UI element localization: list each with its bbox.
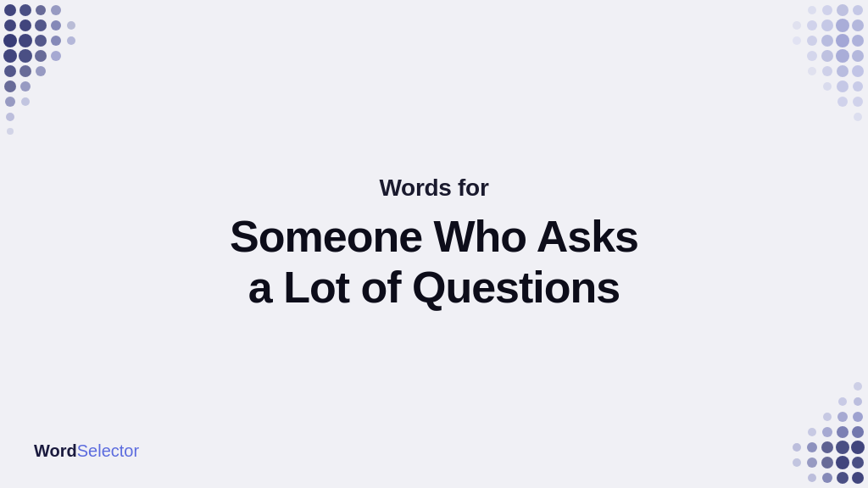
svg-point-74	[837, 412, 848, 422]
logo-selector: Selector	[77, 441, 139, 461]
svg-point-48	[808, 67, 816, 75]
svg-point-70	[837, 426, 849, 438]
svg-point-7	[51, 20, 61, 30]
svg-point-72	[808, 428, 816, 436]
svg-point-53	[837, 97, 848, 107]
svg-point-0	[4, 4, 16, 16]
svg-point-37	[836, 34, 849, 47]
svg-point-5	[19, 19, 31, 31]
svg-point-35	[793, 21, 801, 30]
svg-point-21	[4, 80, 16, 92]
svg-point-1	[19, 4, 31, 16]
svg-point-32	[836, 19, 849, 32]
svg-point-27	[853, 5, 863, 15]
svg-point-58	[808, 474, 816, 482]
svg-point-39	[807, 36, 817, 46]
svg-point-15	[19, 49, 32, 63]
svg-point-9	[3, 34, 17, 47]
svg-point-73	[853, 412, 863, 422]
svg-point-51	[823, 82, 832, 91]
svg-point-20	[36, 66, 46, 76]
dots-top-right-decoration	[698, 0, 868, 186]
svg-point-34	[807, 20, 817, 30]
svg-point-40	[793, 36, 801, 45]
svg-point-64	[851, 441, 865, 454]
svg-point-17	[51, 51, 61, 61]
svg-point-44	[807, 51, 817, 61]
svg-point-71	[822, 427, 832, 437]
svg-point-66	[821, 441, 833, 453]
svg-point-49	[853, 81, 863, 92]
svg-point-6	[35, 19, 47, 31]
svg-point-3	[51, 5, 61, 15]
svg-point-75	[823, 413, 832, 421]
svg-point-2	[36, 5, 46, 15]
svg-point-38	[821, 35, 833, 47]
svg-point-24	[21, 97, 30, 106]
svg-point-65	[836, 441, 849, 454]
svg-point-59	[852, 457, 864, 469]
svg-point-28	[837, 4, 849, 16]
svg-point-41	[852, 50, 864, 62]
svg-point-19	[19, 65, 31, 77]
svg-point-52	[853, 97, 863, 107]
svg-point-42	[836, 49, 849, 63]
svg-point-36	[852, 35, 864, 47]
svg-point-12	[51, 36, 61, 46]
svg-point-4	[4, 19, 16, 31]
svg-point-16	[35, 50, 47, 62]
svg-point-61	[821, 457, 833, 469]
svg-point-26	[7, 128, 14, 135]
svg-point-57	[822, 473, 832, 483]
dots-top-left-decoration	[0, 0, 153, 169]
svg-point-67	[807, 442, 817, 452]
svg-point-43	[821, 50, 833, 62]
svg-point-11	[35, 35, 47, 47]
svg-point-78	[854, 382, 862, 391]
svg-point-25	[6, 113, 14, 121]
svg-point-55	[852, 472, 864, 484]
main-title: Someone Who Asks a Lot of Questions	[230, 212, 638, 313]
svg-point-47	[822, 66, 832, 76]
svg-point-77	[838, 397, 847, 406]
svg-point-29	[822, 5, 832, 15]
svg-point-46	[837, 65, 849, 77]
title-line2: a Lot of Questions	[248, 263, 620, 312]
svg-point-10	[19, 34, 32, 47]
subtitle-text: Words for	[379, 175, 488, 202]
svg-point-62	[807, 458, 817, 468]
svg-point-18	[4, 65, 16, 77]
svg-point-31	[852, 19, 864, 31]
logo: WordSelector	[34, 441, 139, 461]
svg-point-8	[67, 21, 75, 30]
svg-point-14	[3, 49, 17, 63]
svg-point-76	[854, 397, 862, 406]
svg-point-45	[852, 65, 864, 77]
svg-point-50	[837, 80, 849, 92]
svg-point-13	[67, 36, 75, 45]
svg-point-68	[793, 443, 801, 452]
main-container: Words for Someone Who Asks a Lot of Ques…	[0, 0, 868, 488]
svg-point-69	[852, 426, 864, 438]
svg-point-56	[837, 472, 849, 484]
svg-point-22	[20, 81, 31, 92]
logo-word: Word	[34, 441, 77, 461]
title-line1: Someone Who Asks	[230, 212, 638, 261]
dots-bottom-right-decoration	[715, 319, 868, 488]
svg-point-60	[836, 456, 849, 469]
svg-point-30	[808, 6, 816, 14]
svg-point-23	[5, 97, 15, 107]
svg-point-63	[793, 458, 801, 467]
svg-point-54	[854, 113, 862, 121]
svg-point-33	[821, 19, 833, 31]
